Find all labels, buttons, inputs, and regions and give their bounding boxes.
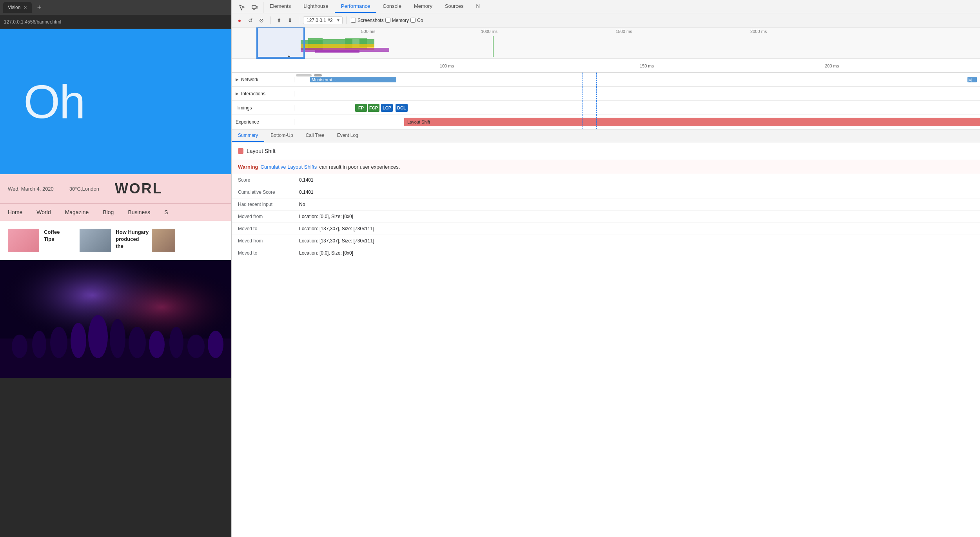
- coverage-checkbox-label[interactable]: Co: [410, 18, 423, 23]
- svg-point-4: [12, 335, 27, 358]
- bottom-tab-summary[interactable]: Summary: [232, 129, 264, 142]
- nav-item-business[interactable]: Business: [128, 209, 150, 215]
- moved-from-2-value: Location: [137,307], Size: [730x111]: [299, 238, 374, 244]
- svg-point-9: [110, 319, 125, 358]
- timing-chip-fcp: FCP: [368, 104, 379, 112]
- toolbar-separator-1: [270, 16, 270, 24]
- profile-select-wrapper: 127.0.0.1 #2 ▼: [303, 16, 343, 24]
- tab-close-icon[interactable]: ×: [24, 4, 27, 11]
- timeline-overview[interactable]: 500 ms 1000 ms 1500 ms 2000 ms: [232, 27, 980, 73]
- interactions-row-content[interactable]: [294, 87, 980, 101]
- nav-bar: Home World Magazine Blog Business S: [0, 203, 231, 221]
- browser-tab[interactable]: Vision ×: [3, 2, 32, 13]
- network-row-content[interactable]: Montserrat... M: [294, 73, 980, 87]
- detail-mark-150: 150 ms: [640, 64, 654, 68]
- nav-item-world[interactable]: World: [36, 209, 51, 215]
- new-tab-button[interactable]: +: [35, 3, 44, 13]
- warning-link[interactable]: Cumulative Layout Shifts: [261, 164, 317, 170]
- moved-from-2-label: Moved from: [238, 238, 293, 244]
- devtools-tabs: Elements Lighthouse Performance Console …: [232, 0, 980, 13]
- experience-row-content[interactable]: Layout Shift: [294, 115, 980, 129]
- upload-button[interactable]: ⬆: [274, 16, 284, 25]
- tab-console[interactable]: Console: [376, 0, 408, 13]
- bottom-panel: Summary Bottom-Up Call Tree Event Log La…: [232, 129, 980, 537]
- hero-section: Oh: [0, 29, 231, 174]
- warning-label: Warning: [238, 164, 258, 170]
- network-bar-label: Montserrat...: [310, 77, 396, 82]
- timings-row-content[interactable]: FP FCP LCP DCL: [294, 101, 980, 115]
- device-toolbar-button[interactable]: [249, 2, 260, 13]
- bottom-tab-call-tree[interactable]: Call Tree: [299, 129, 331, 142]
- cumulative-score-label: Cumulative Score: [238, 189, 293, 195]
- news-title: WORL: [115, 180, 223, 197]
- timings-vline-2: [596, 101, 597, 115]
- timeline-minimap[interactable]: 500 ms 1000 ms 1500 ms 2000 ms: [232, 27, 980, 59]
- memory-checkbox-label[interactable]: Memory: [385, 18, 409, 23]
- summary-content: Layout Shift Warning Cumulative Layout S…: [232, 142, 980, 537]
- mini-purple-2: [315, 50, 359, 53]
- tab-elements[interactable]: Elements: [263, 0, 297, 13]
- svg-rect-15: [252, 5, 256, 9]
- moved-to-2-value: Location: [0,0], Size: [0x0]: [299, 250, 353, 256]
- reload-record-button[interactable]: ↺: [246, 16, 255, 25]
- interactions-expand-arrow[interactable]: ▶: [236, 91, 239, 96]
- nav-item-more[interactable]: S: [164, 209, 168, 215]
- article-title-1: CoffeeTips: [44, 229, 60, 243]
- inspect-icon-button[interactable]: [236, 2, 247, 13]
- bottom-tab-event-log[interactable]: Event Log: [331, 129, 365, 142]
- bottom-tab-bottom-up[interactable]: Bottom-Up: [264, 129, 299, 142]
- timing-chip-fp: FP: [355, 104, 367, 112]
- timings-vline-1: [583, 101, 583, 115]
- memory-checkbox[interactable]: [385, 18, 390, 23]
- svg-point-8: [88, 315, 108, 358]
- tab-sources[interactable]: Sources: [439, 0, 470, 13]
- nav-item-home[interactable]: Home: [8, 209, 22, 215]
- nav-item-blog[interactable]: Blog: [103, 209, 114, 215]
- score-value: 0.1401: [299, 177, 314, 183]
- network-bar-m-label: M: [967, 78, 973, 82]
- toolbar-separator-3: [347, 16, 347, 24]
- time-mark-2000: 2000 ms: [750, 29, 767, 34]
- recent-input-row: Had recent input No: [232, 198, 980, 211]
- time-mark-500: 500 ms: [361, 29, 375, 34]
- screenshots-checkbox-label[interactable]: Screenshots: [351, 18, 384, 23]
- interactions-vline-1: [583, 87, 583, 101]
- article-title-2: How Hungary producedthe: [116, 229, 151, 250]
- tick-100: [447, 60, 447, 64]
- profile-select[interactable]: 127.0.0.1 #2: [303, 16, 343, 24]
- layout-shift-indicator-icon: [238, 148, 243, 154]
- network-scroll-thumb-2: [314, 74, 322, 76]
- svg-point-5: [32, 331, 46, 358]
- devtools-panel: Elements Lighthouse Performance Console …: [231, 0, 980, 537]
- network-expand-arrow[interactable]: ▶: [236, 77, 239, 82]
- network-bar-m: M: [967, 77, 977, 82]
- screenshots-checkbox[interactable]: [351, 18, 356, 23]
- article-thumb-1: [8, 229, 39, 252]
- svg-point-7: [71, 323, 86, 358]
- toolbar-separator-2: [299, 16, 299, 24]
- tab-more[interactable]: N: [470, 0, 486, 13]
- nav-item-magazine[interactable]: Magazine: [65, 209, 89, 215]
- network-scroll-thumb: [296, 74, 312, 76]
- interactions-label-text: Interactions: [241, 91, 265, 96]
- network-row-label: ▶ Network: [232, 77, 294, 82]
- network-row: ▶ Network Montserrat... M: [232, 73, 980, 87]
- tick-200: [832, 60, 832, 64]
- tab-memory[interactable]: Memory: [408, 0, 439, 13]
- bottom-tabs: Summary Bottom-Up Call Tree Event Log: [232, 129, 980, 142]
- coverage-checkbox[interactable]: [410, 18, 416, 23]
- minimap-selection[interactable]: [257, 27, 304, 59]
- timings-row-label: Timings: [232, 105, 294, 111]
- vline-1: [583, 73, 583, 87]
- articles-row: CoffeeTips How Hungary producedthe: [0, 221, 231, 260]
- tab-performance[interactable]: Performance: [335, 0, 376, 13]
- timing-ruler: 100 ms 150 ms 200 ms: [232, 59, 980, 73]
- moved-from-1-label: Moved from: [238, 214, 293, 219]
- tab-lighthouse[interactable]: Lighthouse: [297, 0, 335, 13]
- download-button[interactable]: ⬇: [285, 16, 295, 25]
- concert-image: [0, 260, 231, 378]
- warning-row: Warning Cumulative Layout Shifts can res…: [232, 160, 980, 174]
- record-button[interactable]: ●: [235, 16, 244, 25]
- summary-section-title: Layout Shift: [247, 148, 276, 154]
- clear-button[interactable]: ⊘: [257, 16, 266, 25]
